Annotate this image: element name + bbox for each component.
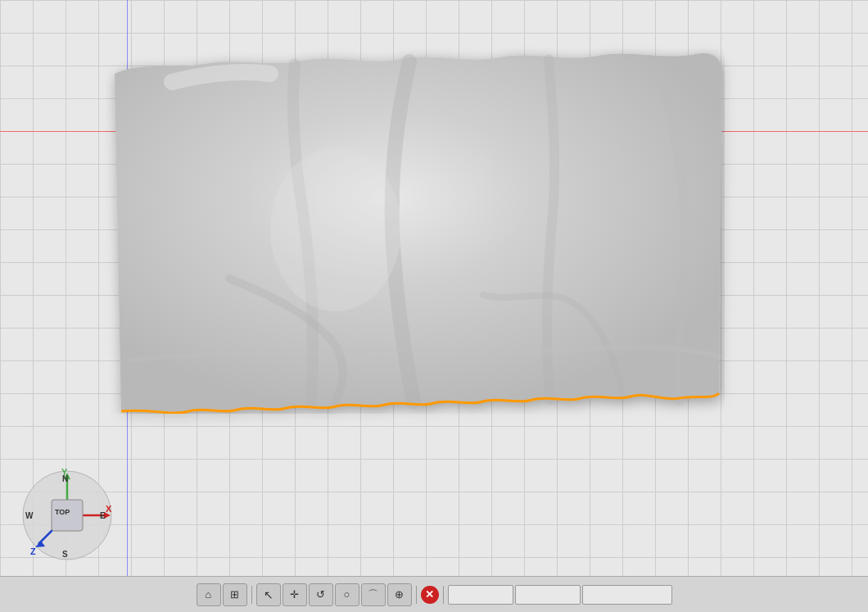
svg-text:Z: Z	[30, 546, 36, 556]
gizmo-svg: Y X Z N S E W TOP	[20, 469, 115, 563]
rotate-button[interactable]: ↺	[309, 583, 333, 606]
svg-text:TOP: TOP	[55, 508, 70, 516]
paint-button[interactable]: ○	[335, 583, 359, 606]
svg-text:S: S	[62, 550, 68, 559]
svg-text:N: N	[62, 474, 68, 483]
3d-viewport: Y X Z N S E W TOP ⌂ ⊞ ↖	[0, 0, 868, 612]
coord-input-2[interactable]	[515, 585, 581, 605]
svg-text:E: E	[100, 511, 106, 520]
orientation-gizmo[interactable]: Y X Z N S E W TOP	[20, 469, 115, 563]
coord-input-1[interactable]	[448, 585, 513, 605]
separator-1	[251, 586, 252, 604]
separator-3	[443, 586, 444, 604]
toolbar-buttons-group: ⌂ ⊞ ↖ ✛ ↺ ○	[197, 583, 672, 606]
paint-icon: ○	[344, 588, 350, 601]
curve-icon: ⌒	[368, 587, 378, 602]
home-icon: ⌂	[206, 588, 212, 601]
home-button[interactable]: ⌂	[197, 583, 221, 606]
svg-text:W: W	[25, 511, 34, 520]
svg-point-0	[270, 147, 401, 311]
close-icon: ✕	[425, 588, 434, 601]
cloth-body	[115, 53, 722, 413]
move-icon: ✛	[290, 588, 299, 601]
cloth-mesh	[106, 49, 725, 414]
grid-icon: ⊞	[230, 588, 239, 601]
cloth-svg	[106, 49, 725, 414]
grid-button[interactable]: ⊞	[223, 583, 247, 606]
coord-input-3[interactable]	[582, 585, 672, 605]
close-button[interactable]: ✕	[421, 586, 439, 604]
svg-text:X: X	[106, 504, 112, 514]
select-button[interactable]: ↖	[256, 583, 281, 606]
rotate-icon: ↺	[316, 588, 325, 601]
select-icon: ↖	[264, 588, 274, 601]
zoom-icon: ⊕	[395, 588, 404, 601]
separator-2	[416, 586, 417, 604]
zoom-button[interactable]: ⊕	[387, 583, 412, 606]
curve-button[interactable]: ⌒	[361, 583, 386, 606]
toolbar: ⌂ ⊞ ↖ ✛ ↺ ○	[0, 576, 868, 612]
move-button[interactable]: ✛	[283, 583, 307, 606]
